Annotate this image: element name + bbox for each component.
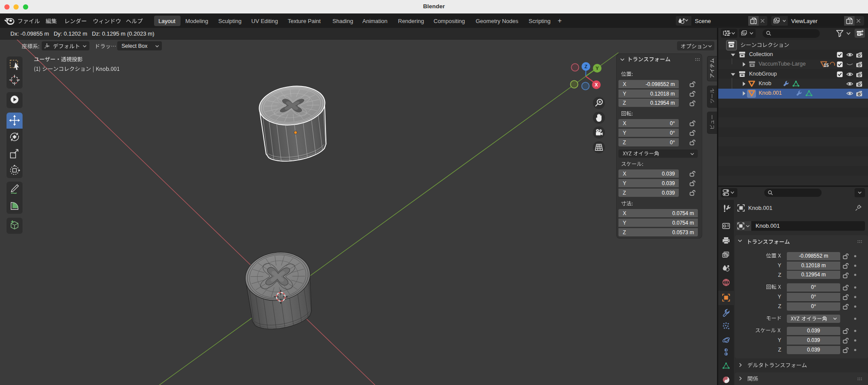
svg-text:Z: Z <box>585 64 588 69</box>
svg-text:Y: Y <box>595 66 599 71</box>
svg-text:X: X <box>595 82 598 87</box>
